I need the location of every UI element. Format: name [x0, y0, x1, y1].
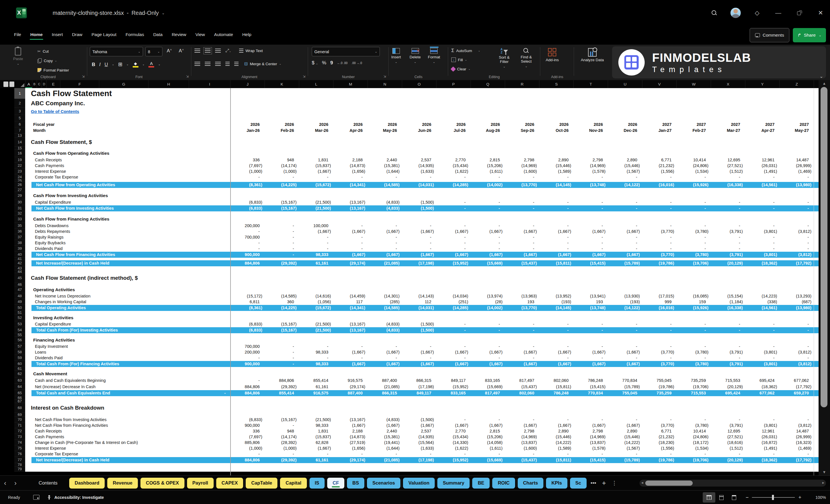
cell-w35[interactable]: -	[676, 223, 711, 228]
cell-q70[interactable]: -	[471, 417, 505, 422]
share-button[interactable]: ↱ Share ⌄	[793, 28, 826, 42]
cell-x26[interactable]: (16,338)	[711, 183, 745, 187]
sheet-tab-kpis[interactable]: KPIs	[546, 478, 568, 489]
cell-v30[interactable]: -	[642, 200, 676, 204]
cell-t26[interactable]: (13,748)	[573, 183, 608, 187]
row-header-47[interactable]: 47	[14, 286, 25, 293]
sheet-tab-scenarios[interactable]: Scenarios	[367, 478, 401, 489]
font-name-select[interactable]: Tahoma⌄	[90, 47, 143, 56]
cell-y60[interactable]: (3,801)	[745, 361, 779, 366]
cell-j75[interactable]: (1,000)	[230, 446, 264, 450]
cell-label-29[interactable]: Cash Flow from Investing Activities	[25, 193, 230, 198]
cell-m57[interactable]: -	[333, 344, 368, 349]
increase-indent-button[interactable]	[234, 62, 238, 66]
cell-o36[interactable]: (1,667)	[402, 229, 436, 234]
cell-l37[interactable]: -	[299, 235, 333, 240]
cell-k42[interactable]: (29,392)	[264, 261, 299, 265]
row-header-19[interactable]: 19	[14, 157, 25, 163]
cell-u19[interactable]: 2,890	[608, 158, 642, 162]
cell-label-65[interactable]: Total Cash and Cash Equivalents End-	[25, 391, 230, 395]
row-header-61[interactable]: 61	[14, 367, 25, 371]
cell-z72[interactable]: 14,487	[779, 429, 814, 433]
cell-r63[interactable]: 817,497	[505, 378, 539, 383]
cell-w6[interactable]: 2027	[676, 122, 711, 127]
row-header-74[interactable]: 74	[14, 440, 25, 445]
cell-w75[interactable]: (1,534)	[676, 446, 711, 450]
cell-s48[interactable]: (13,952)	[539, 294, 573, 298]
cell-r38[interactable]: -	[505, 241, 539, 245]
cell-m70[interactable]: (13,167)	[333, 417, 368, 422]
cell-label-72[interactable]: Cash Receipts	[25, 429, 230, 433]
cell-n49[interactable]: (285)	[368, 300, 402, 304]
cell-r42[interactable]: (15,437)	[505, 261, 539, 265]
cell-o6[interactable]: 2026	[402, 122, 436, 127]
cell-w36[interactable]: (3,780)	[676, 229, 711, 234]
cell-j64[interactable]: 884,806	[230, 384, 264, 389]
cell-v7[interactable]: Jan-27	[642, 128, 676, 133]
column-header-v[interactable]: V	[642, 80, 676, 88]
cell-label-19[interactable]: Cash Receipts	[25, 158, 230, 162]
row-header-3[interactable]: 3	[14, 107, 25, 115]
cell-j50[interactable]: (8,361)	[230, 306, 264, 310]
cell-u76[interactable]: -	[608, 452, 642, 456]
row-header-22[interactable]: 22	[14, 163, 25, 168]
cell-r72[interactable]: 2,798	[505, 429, 539, 433]
cell-j24[interactable]: -	[230, 175, 264, 179]
decrease-decimal-button[interactable]: .00 →.0	[352, 61, 362, 65]
cell-q23[interactable]: (1,611)	[471, 169, 505, 174]
row-header-59[interactable]: 59	[14, 355, 25, 361]
cell-s72[interactable]: 2,890	[539, 429, 573, 433]
cell-k76[interactable]: -	[264, 452, 299, 456]
cell-q48[interactable]: (13,974)	[471, 294, 505, 298]
cell-x73[interactable]: (27,521)	[711, 435, 745, 439]
cell-r59[interactable]: -	[505, 355, 539, 360]
cell-t22[interactable]: (14,969)	[573, 163, 608, 168]
menu-help[interactable]: Help	[238, 29, 255, 42]
cell-x65[interactable]: 695,424	[711, 391, 745, 395]
cell-n59[interactable]: -	[368, 355, 402, 360]
cell-w38[interactable]: -	[676, 241, 711, 245]
cell-k38[interactable]: -	[264, 241, 299, 245]
cell-t38[interactable]: -	[573, 241, 608, 245]
tabs-next-icon[interactable]: ›	[10, 480, 21, 486]
decrease-indent-button[interactable]	[225, 62, 230, 66]
cell-w42[interactable]: (19,706)	[676, 261, 711, 265]
cell-u48[interactable]: (13,930)	[608, 294, 642, 298]
cell-l36[interactable]: (1,667)	[299, 229, 333, 234]
cell-q7[interactable]: Aug-26	[471, 128, 505, 133]
cell-l30[interactable]: (21,500)	[299, 200, 333, 204]
cell-u54[interactable]: -	[608, 328, 642, 333]
cell-y31[interactable]: -	[745, 206, 779, 211]
cell-y76[interactable]: -	[745, 452, 779, 456]
row-header-63[interactable]: 63	[14, 377, 25, 384]
cell-r58[interactable]: (1,667)	[505, 350, 539, 354]
cell-x36[interactable]: (3,791)	[711, 229, 745, 234]
cell-v64[interactable]: (19,786)	[642, 384, 676, 389]
cell-s77[interactable]: (15,811)	[539, 458, 573, 462]
cell-label-71[interactable]: Net Cash Flow from Financing Activities	[25, 423, 230, 428]
cell-v58[interactable]: (3,770)	[642, 350, 676, 354]
cell-q60[interactable]: (1,667)	[471, 361, 505, 366]
cell-q31[interactable]: -	[471, 206, 505, 211]
cell-l57[interactable]: -	[299, 344, 333, 349]
row-header-31[interactable]: 31	[14, 205, 25, 211]
cell-l63[interactable]: 855,414	[299, 378, 333, 383]
cell-u49[interactable]: (193)	[608, 300, 642, 304]
cell-j49[interactable]: 6,811	[230, 300, 264, 304]
cell-v19[interactable]: 6,771	[642, 158, 676, 162]
row-header-58[interactable]: 58	[14, 349, 25, 355]
cell-o54[interactable]: (1,500)	[402, 328, 436, 333]
cell-z59[interactable]: -	[779, 355, 814, 360]
column-header-l[interactable]: L	[299, 80, 333, 88]
vertical-scrollbar[interactable]: ▲ ▼	[819, 80, 830, 475]
number-dialog-launcher[interactable]: ⇲	[384, 75, 386, 78]
cell-p39[interactable]: -	[436, 246, 471, 251]
cell-m76[interactable]: -	[333, 452, 368, 456]
cell-o59[interactable]: -	[402, 355, 436, 360]
cell-n39[interactable]: -	[368, 246, 402, 251]
cell-j39[interactable]: -	[230, 246, 264, 251]
cell-x6[interactable]: 2027	[711, 122, 745, 127]
cell-l71[interactable]: 98,333	[299, 423, 333, 428]
add-ins-button[interactable]: Add-ins	[546, 46, 559, 62]
alignment-dialog-launcher[interactable]: ⇲	[303, 75, 306, 78]
